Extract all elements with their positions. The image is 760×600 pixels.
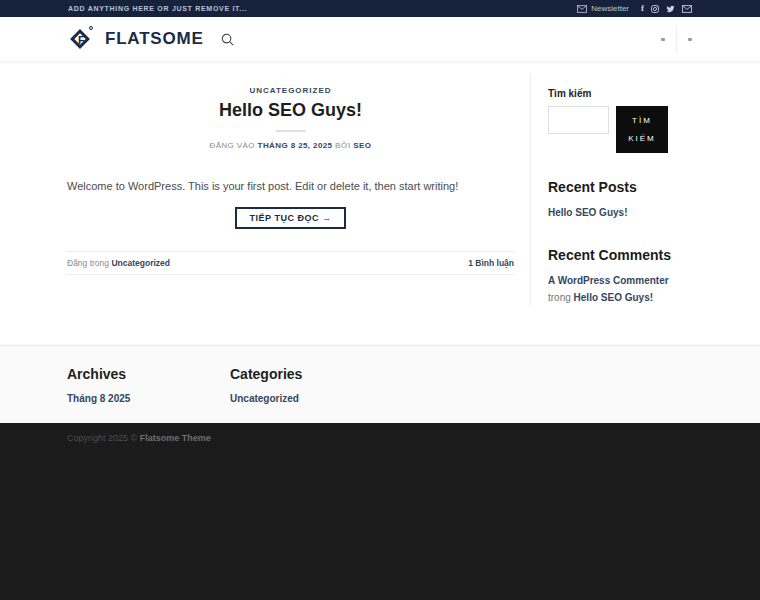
recent-post-link[interactable]: Hello SEO Guys! xyxy=(548,204,677,221)
social-icons: f xyxy=(641,4,692,13)
recent-comments-title: Recent Comments xyxy=(548,247,677,263)
comment-post-link[interactable]: Hello SEO Guys! xyxy=(574,292,653,303)
search-widget-label: Tìm kiếm xyxy=(548,88,677,99)
site-title: FLATSOME xyxy=(105,29,204,49)
comment-author-link[interactable]: A WordPress Commenter xyxy=(548,272,677,289)
copyright-text: Copyright 2025 © Flatsome Theme xyxy=(67,433,693,443)
topbar: ADD ANYTHING HERE OR JUST REMOVE IT... N… xyxy=(0,0,760,17)
nav-item-2[interactable] xyxy=(688,38,692,41)
site-header: F FLATSOME xyxy=(0,17,760,62)
absolute-footer: Copyright 2025 © Flatsome Theme xyxy=(0,423,760,600)
email-icon[interactable] xyxy=(682,5,692,13)
logo-letter: F xyxy=(78,34,85,46)
archives-widget: Archives Tháng 8 2025 xyxy=(67,359,230,423)
post-column: UNCATEGORIZED Hello SEO Guys! ĐĂNG VÀO T… xyxy=(67,74,530,275)
search-submit-button[interactable]: TÌM KIẾM xyxy=(616,106,668,153)
meta-by-label: BỞI xyxy=(335,141,351,150)
title-divider xyxy=(276,130,306,132)
post-footer-meta: Đăng trong Uncategorized 1 Bình luận xyxy=(67,251,514,275)
topbar-message: ADD ANYTHING HERE OR JUST REMOVE IT... xyxy=(68,5,247,12)
newsletter-label: Newsletter xyxy=(591,4,629,13)
flatsome-logo-icon: F xyxy=(68,26,95,53)
recent-comment-item: A WordPress Commenter trong Hello SEO Gu… xyxy=(548,272,677,306)
read-more-wrap: TIẾP TỤC ĐỌC → xyxy=(67,207,514,229)
nav-divider xyxy=(676,26,677,52)
comment-on-label: trong xyxy=(548,292,571,303)
post-category-link[interactable]: UNCATEGORIZED xyxy=(67,86,514,95)
twitter-icon[interactable] xyxy=(666,5,675,13)
instagram-icon[interactable] xyxy=(651,5,659,13)
read-more-button[interactable]: TIẾP TỤC ĐỌC → xyxy=(235,207,347,229)
topbar-right: Newsletter f xyxy=(577,4,692,13)
post-meta: ĐĂNG VÀO THÁNG 8 25, 2025 BỞI SEO xyxy=(67,141,514,150)
meta-date: THÁNG 8 25, 2025 xyxy=(258,141,333,150)
comments-count-link[interactable]: 1 Bình luận xyxy=(468,258,514,268)
nav-item-1[interactable] xyxy=(661,38,665,41)
theme-name: Flatsome Theme xyxy=(140,433,211,443)
envelope-icon xyxy=(577,5,587,13)
meta-posted-on-label: ĐĂNG VÀO xyxy=(210,141,255,150)
categories-widget: Categories Uncategorized xyxy=(230,359,393,423)
page: ADD ANYTHING HERE OR JUST REMOVE IT... N… xyxy=(0,0,760,600)
recent-posts-title: Recent Posts xyxy=(548,179,677,195)
search-input[interactable] xyxy=(548,106,609,134)
sidebar: Tìm kiếm TÌM KIẾM Recent Posts Hello SEO… xyxy=(530,74,677,306)
main-content: UNCATEGORIZED Hello SEO Guys! ĐĂNG VÀO T… xyxy=(0,62,760,345)
facebook-icon[interactable]: f xyxy=(641,4,644,13)
search-widget: TÌM KIẾM xyxy=(548,106,677,153)
search-icon[interactable] xyxy=(220,32,235,47)
footer-widgets: Archives Tháng 8 2025 Categories Uncateg… xyxy=(0,345,760,423)
site-logo[interactable]: F FLATSOME xyxy=(68,26,204,53)
header-nav xyxy=(661,26,692,52)
posted-in-label: Đăng trong xyxy=(67,258,109,268)
newsletter-link[interactable]: Newsletter xyxy=(577,4,629,13)
category-link[interactable]: Uncategorized xyxy=(230,393,393,404)
registered-mark-circle xyxy=(89,26,93,30)
posted-in-category-link[interactable]: Uncategorized xyxy=(111,258,170,268)
post-title: Hello SEO Guys! xyxy=(67,100,514,121)
archives-title: Archives xyxy=(67,366,230,382)
categories-title: Categories xyxy=(230,366,393,382)
meta-author-link[interactable]: SEO xyxy=(353,141,371,150)
post-excerpt: Welcome to WordPress. This is your first… xyxy=(67,180,514,192)
archive-month-link[interactable]: Tháng 8 2025 xyxy=(67,393,230,404)
